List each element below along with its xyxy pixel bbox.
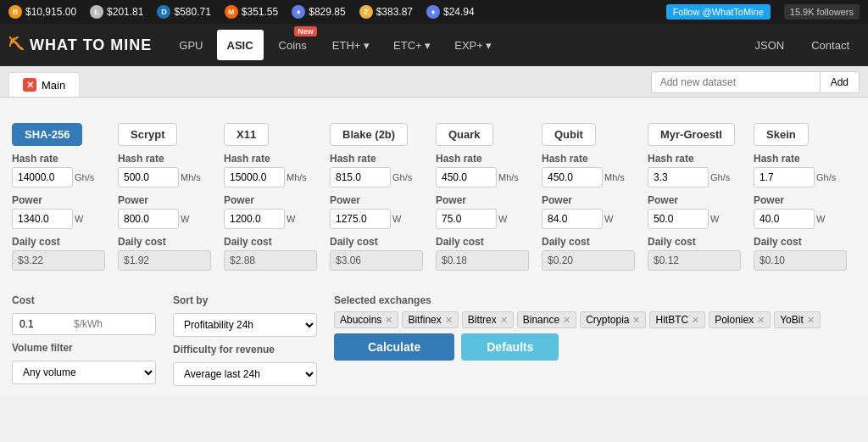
algo-button-qubit[interactable]: Qubit (542, 123, 596, 146)
nav-eth[interactable]: ETH+ ▾ (322, 30, 380, 60)
hashrate-unit-6: Gh/s (710, 172, 730, 182)
follow-button[interactable]: Follow @WhatToMine (666, 4, 771, 20)
algo-button-scrypt[interactable]: Scrypt (118, 123, 177, 146)
power-unit-1: W (181, 214, 189, 224)
power-label-4: Power (436, 194, 535, 206)
exchange-tag-cryptopia: Cryptopia ✕ (580, 311, 646, 328)
ltc-price-value: $201.81 (107, 6, 143, 18)
power-label-5: Power (542, 194, 641, 206)
hashrate-label-0: Hash rate (12, 153, 111, 165)
main-tab[interactable]: ✕ Main (8, 72, 80, 97)
hashrate-input-7[interactable] (754, 167, 815, 187)
hashrate-label-6: Hash rate (648, 153, 747, 165)
exchange-remove-cryptopia[interactable]: ✕ (632, 315, 640, 326)
power-input-6[interactable] (648, 209, 709, 229)
algo-button-sha-256[interactable]: SHA-256 (12, 123, 82, 146)
algo-button-blake-2b-[interactable]: Blake (2b) (330, 123, 408, 146)
hashrate-input-4[interactable] (436, 167, 497, 187)
nav-asic[interactable]: ASIC (217, 30, 264, 60)
daily-cost-row-4 (436, 250, 535, 271)
calculate-button[interactable]: Calculate (334, 333, 454, 361)
exchange-remove-bittrex[interactable]: ✕ (500, 315, 508, 326)
algo-button-skein[interactable]: Skein (754, 123, 809, 146)
nav-coins[interactable]: New Coins (267, 30, 319, 60)
hashrate-label-4: Hash rate (436, 153, 535, 165)
exchange-remove-poloniex[interactable]: ✕ (757, 315, 765, 326)
defaults-button[interactable]: Defaults (461, 333, 559, 361)
xmr-price: M $351.55 (225, 5, 278, 19)
hashrate-label-3: Hash rate (330, 153, 429, 165)
daily-cost-label-7: Daily cost (754, 236, 853, 248)
sort-select[interactable]: Profitability 24h Profitability 1h Reven… (173, 313, 317, 337)
hashrate-row-3: Gh/s (330, 167, 429, 187)
hashrate-unit-3: Gh/s (392, 172, 412, 182)
power-input-4[interactable] (436, 209, 497, 229)
daily-cost-label-0: Daily cost (12, 236, 111, 248)
power-label-0: Power (12, 194, 111, 206)
exchange-tag-bitfinex: Bitfinex ✕ (402, 311, 458, 328)
daily-cost-row-3 (330, 250, 429, 271)
followers-badge: 15.9K followers (784, 4, 860, 20)
hashrate-input-5[interactable] (542, 167, 603, 187)
volume-select[interactable]: Any volume Low Medium High (12, 361, 156, 384)
add-dataset-button[interactable]: Add (821, 71, 860, 93)
difficulty-label: Difficulty for revenue (173, 344, 317, 355)
hashrate-input-3[interactable] (330, 167, 391, 187)
power-input-5[interactable] (542, 209, 603, 229)
exchange-remove-abucoins[interactable]: ✕ (385, 315, 392, 326)
hashrate-row-0: Gh/s (12, 167, 111, 187)
exchange-name-poloniex: Poloniex (715, 314, 754, 326)
power-input-7[interactable] (754, 209, 815, 229)
difficulty-select[interactable]: Average last 24h Current (173, 362, 317, 386)
nav-contact[interactable]: Contact (801, 30, 860, 60)
power-row-1: W (118, 209, 217, 229)
zec-icon: Z (359, 5, 373, 19)
power-input-2[interactable] (224, 209, 285, 229)
daily-cost-row-7 (754, 250, 853, 271)
eth2-price-value: $24.94 (443, 6, 475, 18)
cost-input[interactable] (19, 318, 70, 330)
hashrate-input-6[interactable] (648, 167, 709, 187)
hashrate-row-6: Gh/s (648, 167, 747, 187)
algo-button-x11[interactable]: X11 (224, 123, 269, 146)
exchange-remove-hitbtc[interactable]: ✕ (692, 315, 699, 326)
eth-price: ♦ $829.85 (292, 5, 345, 19)
exchange-remove-yobit[interactable]: ✕ (807, 315, 815, 326)
nav-exp[interactable]: EXP+ ▾ (444, 30, 502, 60)
exchange-remove-binance[interactable]: ✕ (563, 315, 570, 326)
cost-label: Cost (12, 294, 156, 306)
hashrate-row-1: Mh/s (118, 167, 217, 187)
add-dataset-input[interactable] (651, 71, 821, 93)
algo-button-myr-groestl[interactable]: Myr-Groestl (648, 123, 735, 146)
hashrate-label-2: Hash rate (224, 153, 323, 165)
nav-etc[interactable]: ETC+ ▾ (383, 30, 441, 60)
power-row-6: W (648, 209, 747, 229)
algo-col-quark: Quark Hash rate Mh/s Power W Daily cost (432, 123, 538, 277)
algo-button-quark[interactable]: Quark (436, 123, 493, 146)
hashrate-input-0[interactable] (12, 167, 73, 187)
dash-price-value: $580.71 (174, 6, 210, 18)
daily-cost-row-6 (648, 250, 747, 271)
hashrate-input-1[interactable] (118, 167, 179, 187)
exchange-remove-bitfinex[interactable]: ✕ (445, 315, 453, 326)
price-bar: B $10,915.00 Ł $201.81 D $580.71 M $351.… (0, 0, 868, 24)
power-input-3[interactable] (330, 209, 391, 229)
hashrate-unit-5: Mh/s (604, 172, 625, 182)
eth-price-value: $829.85 (309, 6, 345, 18)
hashrate-input-2[interactable] (224, 167, 285, 187)
eth2-icon: ♦ (426, 5, 440, 19)
daily-cost-input-1 (118, 250, 211, 271)
daily-cost-label-3: Daily cost (330, 236, 429, 248)
tab-close-icon[interactable]: ✕ (23, 78, 36, 92)
algo-col-skein: Skein Hash rate Gh/s Power W Daily cost (750, 123, 856, 277)
exchange-tag-hitbtc: HitBTC ✕ (649, 311, 705, 328)
power-input-0[interactable] (12, 209, 73, 229)
zec-price-value: $383.87 (376, 6, 413, 18)
nav-json[interactable]: JSON (745, 30, 795, 60)
xmr-icon: M (225, 5, 238, 19)
nav-gpu[interactable]: GPU (169, 30, 213, 60)
power-row-4: W (436, 209, 535, 229)
power-input-1[interactable] (118, 209, 179, 229)
power-unit-3: W (392, 214, 401, 224)
daily-cost-row-2 (224, 250, 323, 271)
